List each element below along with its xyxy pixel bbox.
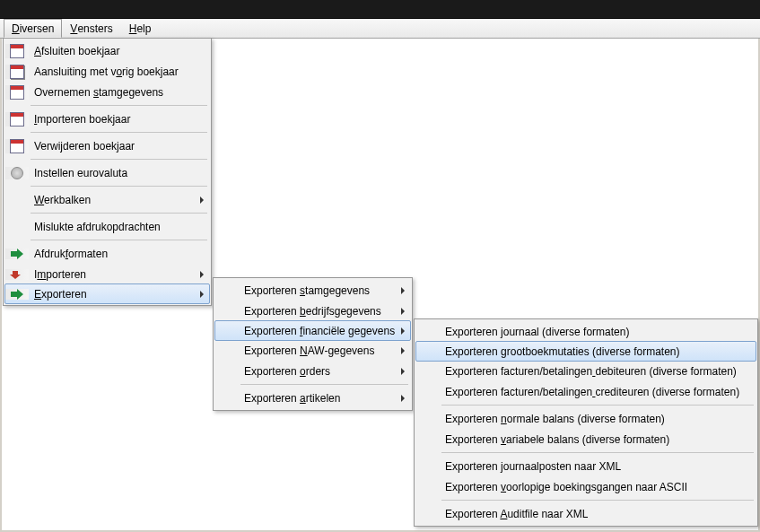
menu-item-exporteren-voorlopige-boekingsgangen-naar-ascii[interactable]: Exporteren voorlopige boekingsgangen naa… — [416, 476, 756, 497]
submenu-exporteren: Exporteren stamgegevensExporteren bedrij… — [213, 277, 413, 411]
menu-item-label: Afdrukformaten — [29, 248, 189, 260]
menu-item-aansluiting-met-vorig-boekjaar[interactable]: Aansluiting met vorig boekjaar — [5, 61, 209, 82]
menu-separator — [31, 105, 207, 106]
menu-item-label: Exporteren artikelen — [239, 392, 390, 405]
menu-separator — [441, 452, 754, 453]
chevron-right-icon — [401, 327, 405, 335]
menu-item-label: Exporteren grootboekmutaties (diverse fo… — [440, 345, 743, 358]
menu-diversen: Afsluiten boekjaarAansluiting met vorig … — [3, 38, 212, 306]
arrow-right-green-icon — [10, 249, 24, 259]
gear-icon — [11, 167, 23, 179]
chevron-right-icon — [401, 395, 405, 402]
menu-item-exporteren-financiele-gegevens[interactable]: Exporteren financiële gegevens — [214, 320, 411, 341]
window-titlebar — [0, 0, 760, 19]
menu-separator — [31, 213, 207, 214]
menu-item-label: Exporteren variabele balans (diverse for… — [440, 433, 743, 446]
menu-item-label: Exporteren — [29, 288, 189, 301]
menu-item-werkbalken[interactable]: Werkbalken — [5, 189, 209, 210]
menu-item-exporteren[interactable]: Exporteren — [4, 283, 210, 304]
menu-item-label: Importeren — [29, 268, 189, 281]
menu-separator — [31, 240, 207, 240]
menu-item-label: Mislukte afdrukopdrachten — [29, 221, 189, 233]
menu-item-importeren-boekjaar[interactable]: Importeren boekjaar — [5, 109, 209, 129]
menu-item-label: Exporteren bedrijfsgegevens — [239, 305, 390, 318]
menubar: DiversenVenstersHelp — [0, 19, 760, 39]
menu-item-label: Exporteren facturen/betalingen crediteur… — [440, 386, 743, 398]
menu-item-label: Exporteren facturen/betalingen debiteure… — [440, 365, 743, 378]
menu-item-label: Instellen eurovaluta — [29, 167, 189, 179]
chevron-right-icon — [200, 271, 204, 278]
cal-icon — [10, 139, 24, 153]
arrow-down-red-icon — [10, 269, 24, 280]
chevron-right-icon — [401, 287, 405, 294]
cal-icon — [10, 85, 24, 100]
chevron-right-icon — [401, 308, 405, 315]
menu-item-label: Afsluiten boekjaar — [29, 45, 189, 57]
menu-item-label: Exporteren journaalposten naar XML — [440, 460, 743, 473]
menu-item-instellen-eurovaluta[interactable]: Instellen eurovaluta — [5, 162, 209, 183]
arrow-right-green-icon — [10, 289, 24, 300]
menu-item-exporteren-orders[interactable]: Exporteren orders — [215, 361, 410, 381]
menu-item-label: Exporteren normale balans (diverse forma… — [440, 413, 743, 425]
menu-item-exporteren-grootboekmutaties-diverse-formaten[interactable]: Exporteren grootboekmutaties (diverse fo… — [415, 341, 756, 362]
menu-item-label: Importeren boekjaar — [29, 113, 189, 126]
menu-separator — [31, 159, 207, 160]
menu-item-label: Exporteren stamgegevens — [239, 284, 390, 297]
menu-item-label: Exporteren NAW-gegevens — [239, 344, 390, 357]
menu-separator — [441, 500, 754, 501]
menu-item-label: Verwijderen boekjaar — [29, 140, 189, 153]
menu-item-label: Exporteren orders — [239, 365, 390, 378]
menu-item-exporteren-facturenbetalingen-debiteuren-diverse-formaten[interactable]: Exporteren facturen/betalingen debiteure… — [416, 361, 756, 381]
menu-item-verwijderen-boekjaar[interactable]: Verwijderen boekjaar — [5, 135, 209, 156]
menu-separator — [441, 405, 754, 406]
chevron-right-icon — [401, 368, 405, 375]
menu-item-exporteren-bedrijfsgegevens[interactable]: Exporteren bedrijfsgegevens — [215, 301, 410, 321]
menu-item-label: Aansluiting met vorig boekjaar — [29, 65, 189, 78]
menu-item-label: Exporteren voorlopige boekingsgangen naa… — [440, 481, 743, 493]
menu-item-exporteren-artikelen[interactable]: Exporteren artikelen — [215, 388, 410, 408]
cal2-icon — [10, 65, 24, 79]
chevron-right-icon — [200, 291, 204, 298]
menu-item-importeren[interactable]: Importeren — [5, 264, 209, 284]
menu-item-exporteren-stamgegevens[interactable]: Exporteren stamgegevens — [215, 280, 410, 301]
menu-item-exporteren-naw-gegevens[interactable]: Exporteren NAW-gegevens — [215, 340, 410, 361]
menu-item-label: Exporteren journaal (diverse formaten) — [440, 326, 743, 338]
menu-item-label: Exporteren Auditfile naar XML — [440, 508, 743, 520]
menu-item-afdrukformaten[interactable]: Afdrukformaten — [5, 243, 209, 264]
menu-item-exporteren-journaalposten-naar-xml[interactable]: Exporteren journaalposten naar XML — [416, 456, 756, 476]
menu-separator — [31, 186, 207, 187]
menu-item-label: Overnemen stamgegevens — [29, 86, 189, 99]
menu-item-overnemen-stamgegevens[interactable]: Overnemen stamgegevens — [5, 82, 209, 102]
menu-item-exporteren-journaal-diverse-formaten[interactable]: Exporteren journaal (diverse formaten) — [416, 321, 756, 342]
menu-item-afsluiten-boekjaar[interactable]: Afsluiten boekjaar — [5, 40, 209, 61]
menu-separator — [240, 384, 408, 385]
menu-item-label: Exporteren financiële gegevens — [239, 325, 395, 337]
cal-icon — [10, 44, 24, 58]
menu-separator — [31, 132, 207, 133]
chevron-right-icon — [401, 347, 405, 354]
menubar-item-vensters[interactable]: Vensters — [62, 19, 120, 38]
cal-icon — [10, 112, 24, 126]
menu-item-label: Werkbalken — [29, 194, 189, 206]
menu-item-exporteren-auditfile-naar-xml[interactable]: Exporteren Auditfile naar XML — [416, 503, 756, 524]
menu-item-exporteren-facturenbetalingen-crediteuren-diverse-formaten[interactable]: Exporteren facturen/betalingen crediteur… — [416, 381, 756, 402]
menu-item-mislukte-afdrukopdrachten[interactable]: Mislukte afdrukopdrachten — [5, 216, 209, 237]
menu-item-exporteren-variabele-balans-diverse-formaten[interactable]: Exporteren variabele balans (diverse for… — [416, 429, 756, 449]
menubar-item-help[interactable]: Help — [121, 19, 160, 38]
submenu-financiele-gegevens: Exporteren journaal (diverse formaten)Ex… — [414, 318, 758, 527]
menubar-item-diversen[interactable]: Diversen — [4, 19, 62, 38]
chevron-right-icon — [200, 196, 204, 204]
menu-item-exporteren-normale-balans-diverse-formaten[interactable]: Exporteren normale balans (diverse forma… — [416, 408, 756, 429]
